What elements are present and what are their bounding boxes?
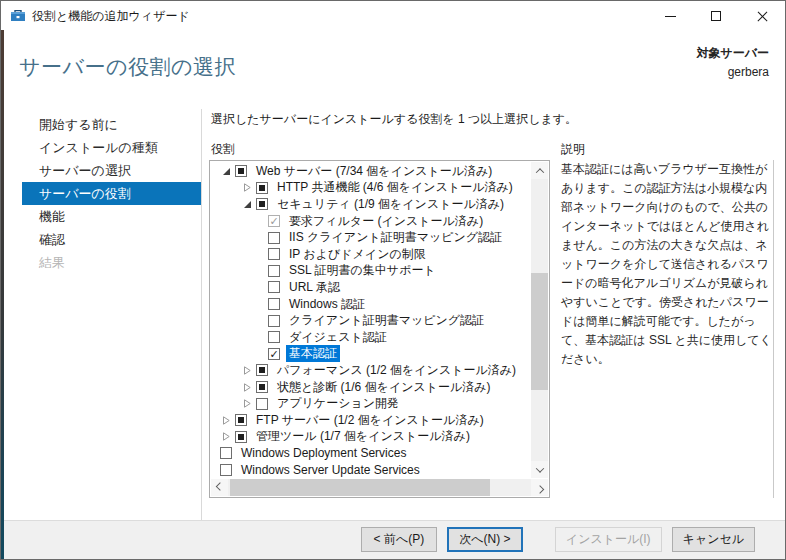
scroll-down-button[interactable] [531,461,548,478]
toolbox-icon [10,8,26,24]
tree-item-label[interactable]: アプリケーション開発 [274,395,402,412]
tree-row[interactable]: Windows Deployment Services [210,445,531,462]
tree-row[interactable]: セキュリティ (1/9 個をインストール済み) [210,196,531,213]
tree-checkbox-unchecked[interactable] [268,331,280,343]
tree-item-label[interactable]: SSL 証明書の集中サポート [286,262,439,279]
tree-checkbox-unchecked[interactable] [268,315,280,327]
expander-collapsed-icon[interactable] [243,399,252,408]
tree-checkbox-indeterminate[interactable] [256,198,268,210]
tree-row[interactable]: URL 承認 [210,279,531,296]
maximize-button[interactable] [693,1,739,31]
tree-checkbox-indeterminate[interactable] [235,414,247,426]
scroll-left-button[interactable] [211,479,228,496]
chevron-left-icon [215,482,223,490]
tree-horizontal-scrollbar[interactable] [211,479,548,496]
tree-row[interactable]: Windows 認証 [210,296,531,313]
description-column-label: 説明 [561,141,585,158]
chevron-down-icon [535,464,543,472]
tree-row[interactable]: SSL 証明書の集中サポート [210,263,531,280]
target-server-name: gerbera [696,65,769,79]
tree-row[interactable]: Web サーバー (7/34 個をインストール済み) [210,163,531,180]
tree-checkbox-indeterminate[interactable] [235,431,247,443]
expander-collapsed-icon[interactable] [243,183,252,192]
tree-row[interactable]: 管理ツール (1/7 個をインストール済み) [210,429,531,446]
expander-collapsed-icon[interactable] [222,416,231,425]
horizontal-scroll-thumb[interactable] [230,479,490,496]
minimize-button[interactable] [647,1,693,31]
tree-checkbox-indeterminate[interactable] [235,165,247,177]
tree-item-label[interactable]: パフォーマンス (1/2 個をインストール済み) [274,362,519,379]
tree-vertical-scrollbar[interactable] [531,162,548,478]
tree-row[interactable]: クライアント証明書マッピング認証 [210,312,531,329]
expander-expanded-icon[interactable] [243,200,252,209]
expander-collapsed-icon[interactable] [243,366,252,375]
sidebar-item[interactable]: サーバーの役割 [22,182,201,205]
cancel-button[interactable]: キャンセル [672,527,755,552]
tree-checkbox-unchecked[interactable] [220,447,232,459]
sidebar-divider [201,109,202,522]
tree-checkbox-unchecked[interactable] [268,248,280,260]
tree-checkbox-unchecked[interactable] [268,232,280,244]
tree-checkbox-unchecked[interactable] [268,281,280,293]
tree-row[interactable]: ✓基本認証 [210,346,531,363]
sidebar-item[interactable]: 開始する前に [4,113,201,136]
tree-item-label[interactable]: ダイジェスト認証 [286,329,390,346]
tree-row[interactable]: HTTP 共通機能 (4/6 個をインストール済み) [210,180,531,197]
tree-checkbox-unchecked[interactable] [268,265,280,277]
tree-item-label[interactable]: Web サーバー (7/34 個をインストール済み) [253,163,495,180]
scroll-up-button[interactable] [531,162,548,179]
footer-buttons: < 前へ(P)次へ(N) >インストール(I)キャンセル [361,527,755,552]
sidebar-item[interactable]: インストールの種類 [4,136,201,159]
tree-row[interactable]: Windows Server Update Services [210,462,531,479]
expander-collapsed-icon[interactable] [222,432,231,441]
tree-checkbox-checked-disabled: ✓ [268,215,280,227]
tree-row[interactable]: FTP サーバー (1/2 個をインストール済み) [210,412,531,429]
tree-checkbox-unchecked[interactable] [268,298,280,310]
target-server-block: 対象サーバー gerbera [696,45,769,79]
tree-row[interactable]: IP およびドメインの制限 [210,246,531,263]
sidebar-item[interactable]: 機能 [4,205,201,228]
tree-item-label[interactable]: 基本認証 [286,345,340,362]
previous-button[interactable]: < 前へ(P) [361,527,437,552]
maximize-icon [711,11,721,21]
tree-item-label[interactable]: FTP サーバー (1/2 個をインストール済み) [253,412,487,429]
tree-row[interactable]: 状態と診断 (1/6 個をインストール済み) [210,379,531,396]
tree-row[interactable]: ダイジェスト認証 [210,329,531,346]
tree-item-label[interactable]: Windows 認証 [286,296,368,313]
vertical-scroll-thumb[interactable] [531,273,548,390]
tree-item-label[interactable]: HTTP 共通機能 (4/6 個をインストール済み) [274,179,516,196]
tree-item-label[interactable]: 状態と診断 (1/6 個をインストール済み) [274,379,494,396]
sidebar-item[interactable]: サーバーの選択 [4,159,201,182]
roles-tree: Web サーバー (7/34 個をインストール済み)HTTP 共通機能 (4/6… [209,160,550,498]
tree-checkbox-indeterminate[interactable] [256,182,268,194]
close-button[interactable] [739,1,785,31]
expander-expanded-icon[interactable] [222,167,231,176]
tree-checkbox-checked[interactable]: ✓ [268,348,280,360]
tree-item-label[interactable]: Windows Deployment Services [238,446,409,460]
tree-row[interactable]: ✓要求フィルター (インストール済み) [210,213,531,230]
instruction-text: 選択したサーバーにインストールする役割を 1 つ以上選択します。 [211,111,577,128]
next-button[interactable]: 次へ(N) > [447,527,523,552]
tree-row[interactable]: パフォーマンス (1/2 個をインストール済み) [210,362,531,379]
tree-item-label[interactable]: セキュリティ (1/9 個をインストール済み) [274,196,507,213]
tree-item-label[interactable]: 管理ツール (1/7 個をインストール済み) [253,428,473,445]
tree-checkbox-unchecked[interactable] [220,464,232,476]
roles-column-label: 役割 [211,141,235,158]
tree-checkbox-unchecked[interactable] [256,398,268,410]
minimize-icon [665,16,676,17]
page-title: サーバーの役割の選択 [19,53,236,81]
sidebar-item[interactable]: 確認 [4,228,201,251]
tree-row[interactable]: IIS クライアント証明書マッピング認証 [210,229,531,246]
tree-item-label[interactable]: IP およびドメインの制限 [286,246,429,263]
tree-item-label[interactable]: クライアント証明書マッピング認証 [286,312,487,329]
tree-item-label[interactable]: 要求フィルター (インストール済み) [286,213,486,230]
tree-checkbox-indeterminate[interactable] [256,381,268,393]
tree-item-label[interactable]: IIS クライアント証明書マッピング認証 [286,229,505,246]
chevron-right-icon [535,485,543,493]
tree-item-label[interactable]: Windows Server Update Services [238,463,423,477]
tree-checkbox-indeterminate[interactable] [256,364,268,376]
scroll-right-button[interactable] [531,479,548,496]
tree-row[interactable]: アプリケーション開発 [210,395,531,412]
expander-collapsed-icon[interactable] [243,383,252,392]
tree-item-label[interactable]: URL 承認 [286,279,343,296]
